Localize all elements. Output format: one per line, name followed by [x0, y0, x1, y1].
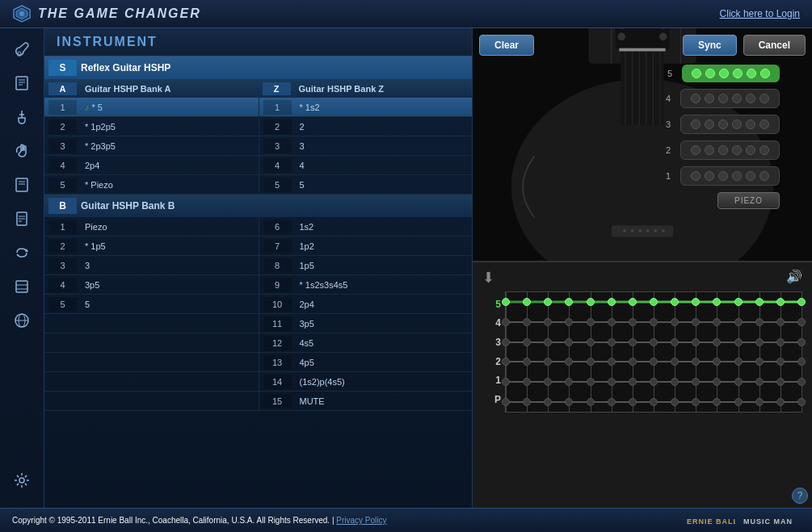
- table-row[interactable]: 3 * 2p3p5 3 3: [44, 136, 472, 156]
- table-row[interactable]: 15 MUTE: [44, 392, 472, 411]
- selected-row[interactable]: S Reflex Guitar HSHP: [44, 57, 472, 80]
- fret-node[interactable]: [650, 318, 658, 326]
- sidebar-icon-book1[interactable]: [7, 69, 36, 98]
- fret-node[interactable]: [734, 378, 743, 386]
- fret-node[interactable]: [797, 358, 806, 366]
- fret-node[interactable]: [734, 398, 743, 406]
- table-row[interactable]: 5 * Piezo 5 5: [44, 175, 472, 195]
- fret-node[interactable]: [565, 318, 573, 326]
- sidebar-icon-hand[interactable]: [7, 136, 36, 165]
- fret-node[interactable]: [671, 358, 679, 366]
- fret-node[interactable]: [629, 358, 637, 366]
- table-row[interactable]: 13 4p5: [44, 353, 472, 372]
- fret-node[interactable]: [671, 378, 679, 386]
- fret-node[interactable]: [692, 378, 700, 386]
- fret-node[interactable]: [797, 378, 806, 386]
- table-row[interactable]: 14 (1s2)p(4s5): [44, 372, 472, 392]
- sidebar-icon-book2[interactable]: [7, 170, 36, 199]
- pickup-selector-2[interactable]: [680, 140, 780, 160]
- fret-node[interactable]: [797, 318, 806, 326]
- fret-node[interactable]: [629, 378, 637, 386]
- sidebar-icon-book3[interactable]: [7, 272, 36, 301]
- piezo-button[interactable]: PIEZO: [717, 192, 780, 209]
- fret-node[interactable]: [544, 298, 552, 306]
- fret-node[interactable]: [629, 318, 637, 326]
- fret-node[interactable]: [544, 318, 552, 326]
- sidebar-icon-paper[interactable]: [7, 204, 36, 233]
- privacy-policy-link[interactable]: Privacy Policy: [336, 516, 386, 525]
- fret-node[interactable]: [523, 358, 531, 366]
- pickup-selector-3[interactable]: [680, 115, 780, 134]
- fret-node[interactable]: [713, 398, 721, 406]
- fret-node[interactable]: [502, 338, 510, 346]
- fret-node[interactable]: [608, 338, 616, 346]
- fret-node[interactable]: [776, 298, 785, 306]
- fret-node[interactable]: [587, 358, 595, 366]
- fret-node[interactable]: [755, 398, 764, 406]
- fret-node[interactable]: [565, 378, 573, 386]
- table-row[interactable]: 1 Piezo 6 1s2: [44, 217, 472, 237]
- fret-node[interactable]: [502, 378, 510, 386]
- fret-node[interactable]: [650, 398, 658, 406]
- sidebar-icon-settings[interactable]: [7, 466, 36, 495]
- fret-node[interactable]: [608, 398, 616, 406]
- clear-button[interactable]: Clear: [479, 35, 534, 56]
- fret-node[interactable]: [523, 398, 531, 406]
- pickup-selector-1[interactable]: [680, 166, 780, 186]
- fret-node[interactable]: [692, 398, 700, 406]
- fret-node[interactable]: [523, 318, 531, 326]
- fret-node[interactable]: [587, 338, 595, 346]
- fret-node[interactable]: [734, 318, 743, 326]
- fret-node[interactable]: [608, 378, 616, 386]
- fret-node[interactable]: [755, 338, 764, 346]
- fret-node[interactable]: [650, 338, 658, 346]
- fret-node[interactable]: [713, 298, 721, 306]
- fret-node[interactable]: [523, 378, 531, 386]
- fret-node[interactable]: [776, 398, 785, 406]
- table-row[interactable]: 4 3p5 9 * 1s2s3s4s5: [44, 275, 472, 295]
- fret-node[interactable]: [629, 338, 637, 346]
- fret-node[interactable]: [671, 338, 679, 346]
- fret-node[interactable]: [587, 398, 595, 406]
- pickup-selector-4[interactable]: [680, 89, 780, 108]
- sidebar-icon-refresh[interactable]: [7, 238, 36, 267]
- table-row[interactable]: 5 5 10 2p4: [44, 295, 472, 314]
- fret-node[interactable]: [734, 338, 743, 346]
- fret-node[interactable]: [629, 298, 637, 306]
- fret-node[interactable]: [692, 298, 700, 306]
- fret-node[interactable]: [692, 338, 700, 346]
- sync-button[interactable]: Sync: [683, 35, 737, 56]
- fret-node[interactable]: [523, 298, 531, 306]
- fret-node[interactable]: [523, 338, 531, 346]
- fret-node[interactable]: [565, 338, 573, 346]
- fret-node[interactable]: [544, 378, 552, 386]
- fret-node[interactable]: [692, 358, 700, 366]
- fret-node[interactable]: [671, 298, 679, 306]
- fret-node[interactable]: [713, 338, 721, 346]
- fret-node[interactable]: [755, 318, 764, 326]
- fret-node[interactable]: [587, 378, 595, 386]
- fret-node[interactable]: [587, 318, 595, 326]
- fret-node[interactable]: [671, 398, 679, 406]
- fret-node[interactable]: [608, 298, 616, 306]
- fret-node[interactable]: [502, 298, 510, 306]
- fret-node[interactable]: [544, 358, 552, 366]
- fret-node[interactable]: [565, 398, 573, 406]
- fret-node[interactable]: [734, 298, 743, 306]
- table-row[interactable]: 3 3 8 1p5: [44, 256, 472, 275]
- table-row[interactable]: 4 2p4 4 4: [44, 156, 472, 175]
- fret-node[interactable]: [713, 318, 721, 326]
- fret-node[interactable]: [565, 298, 573, 306]
- help-button[interactable]: ?: [792, 488, 808, 504]
- fret-node[interactable]: [587, 298, 595, 306]
- fret-node[interactable]: [692, 318, 700, 326]
- pickup-selector-5[interactable]: [682, 65, 780, 82]
- fret-node[interactable]: [650, 298, 658, 306]
- fret-node[interactable]: [755, 378, 764, 386]
- table-row[interactable]: 1 ♪* 5 1 * 1s2: [44, 98, 472, 117]
- fretboard-grid[interactable]: [505, 291, 802, 413]
- fret-node[interactable]: [629, 398, 637, 406]
- fret-node[interactable]: [671, 318, 679, 326]
- sidebar-icon-guitar2[interactable]: [7, 103, 36, 132]
- sidebar-icon-globe[interactable]: [7, 306, 36, 335]
